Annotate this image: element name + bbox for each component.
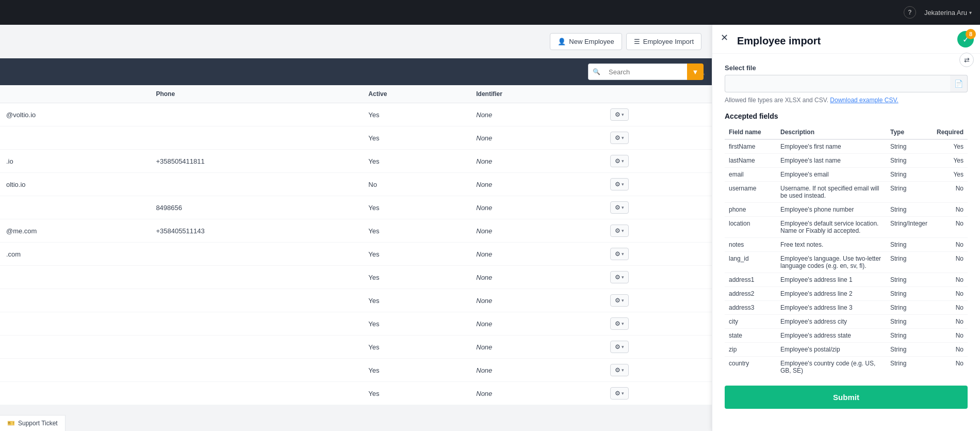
field-row: address2 Employee's address line 2 Strin… — [725, 287, 968, 301]
table-row: Yes None ⚙ ▾ — [0, 312, 712, 336]
toolbar: 👤 New Employee ☰ Employee Import — [0, 25, 712, 58]
col-active: Active — [362, 85, 470, 103]
field-desc-cell: Employee's address line 3 — [776, 301, 886, 315]
support-ticket[interactable]: 🎫 Support Ticket — [0, 415, 66, 431]
field-name-cell: phone — [725, 203, 776, 217]
employee-import-label: Employee Import — [643, 38, 694, 45]
new-employee-button[interactable]: 👤 New Employee — [550, 33, 622, 50]
row-action-button[interactable]: ⚙ ▾ — [610, 108, 629, 121]
cell-email — [0, 266, 150, 289]
field-type-cell: String — [886, 301, 933, 315]
field-desc-cell: Employee's address line 1 — [776, 273, 886, 287]
table-row: Yes None ⚙ ▾ — [0, 359, 712, 382]
field-name-cell: location — [725, 217, 776, 238]
download-csv-link[interactable]: Download example CSV. — [830, 97, 898, 104]
panel-title: Employee import — [737, 35, 968, 47]
gear-icon: ⚙ — [615, 297, 620, 304]
cell-phone: 8498656 — [150, 196, 362, 219]
table-row: .io +358505411811 Yes None ⚙ ▾ — [0, 150, 712, 173]
cell-email — [0, 336, 150, 359]
field-type-cell: String — [886, 273, 933, 287]
cell-actions: ⚙ ▾ — [604, 312, 712, 336]
field-type-cell: String/Integer — [886, 217, 933, 238]
cell-phone — [150, 359, 362, 382]
caret-icon: ▾ — [622, 298, 624, 303]
file-browse-button[interactable]: 📄 — [950, 75, 968, 92]
cell-actions: ⚙ ▾ — [604, 382, 712, 405]
user-menu[interactable]: Jekaterina Aru ▾ — [924, 9, 972, 17]
row-action-button[interactable]: ⚙ ▾ — [610, 225, 629, 237]
field-desc-cell: Employee's address line 2 — [776, 287, 886, 301]
row-action-button[interactable]: ⚙ ▾ — [610, 294, 629, 307]
row-action-button[interactable]: ⚙ ▾ — [610, 317, 629, 330]
field-row: country Employee's country code (e.g. US… — [725, 357, 968, 378]
field-name-cell: notes — [725, 238, 776, 252]
panel-header: Employee import — [712, 25, 980, 54]
row-action-button[interactable]: ⚙ ▾ — [610, 387, 629, 400]
main-layout: 👤 New Employee ☰ Employee Import ⤢ 🔍 ▼ — [0, 25, 980, 431]
field-desc-cell: Employee's phone number — [776, 203, 886, 217]
help-button[interactable]: ? — [904, 6, 916, 19]
row-action-button[interactable]: ⚙ ▾ — [610, 341, 629, 353]
search-input[interactable] — [605, 63, 687, 80]
file-text-input[interactable] — [725, 75, 950, 92]
search-bar: 🔍 ▼ — [0, 58, 712, 85]
field-type-cell: String — [886, 252, 933, 273]
field-row: location Employee's default service loca… — [725, 217, 968, 238]
row-action-button[interactable]: ⚙ ▾ — [610, 178, 629, 190]
field-desc-cell: Employee's default service location. Nam… — [776, 217, 886, 238]
search-icon[interactable]: 🔍 — [588, 63, 605, 80]
cell-identifier: None — [470, 336, 604, 359]
table-row: Yes None ⚙ ▾ — [0, 382, 712, 405]
field-desc-cell: Employee's address city — [776, 315, 886, 329]
cell-active: Yes — [362, 196, 470, 219]
field-desc-cell: Employee's email — [776, 168, 886, 182]
row-action-button[interactable]: ⚙ ▾ — [610, 364, 629, 376]
col-description: Description — [776, 125, 886, 139]
file-hint-text: Allowed file types are XLSX and CSV. — [725, 97, 828, 104]
submit-button[interactable]: Submit — [725, 386, 968, 409]
employee-import-button[interactable]: ☰ Employee Import — [626, 33, 701, 50]
cell-active: Yes — [362, 336, 470, 359]
field-row: username Username. If not specified emai… — [725, 182, 968, 203]
table-row: .com Yes None ⚙ ▾ — [0, 243, 712, 266]
field-name-cell: address2 — [725, 287, 776, 301]
filter-button[interactable]: ▼ — [687, 63, 704, 80]
close-button[interactable]: ✕ — [721, 33, 728, 42]
field-required-cell: No — [933, 273, 968, 287]
cell-identifier: None — [470, 312, 604, 336]
row-action-button[interactable]: ⚙ ▾ — [610, 271, 629, 283]
field-required-cell: Yes — [933, 154, 968, 168]
field-type-cell: String — [886, 315, 933, 329]
field-name-cell: email — [725, 168, 776, 182]
gear-icon: ⚙ — [615, 320, 620, 327]
cell-actions: ⚙ ▾ — [604, 289, 712, 312]
field-type-cell: String — [886, 139, 933, 154]
swap-icon[interactable]: ⇄ — [959, 53, 974, 67]
field-row: state Employee's address state String No — [725, 329, 968, 343]
field-required-cell: No — [933, 357, 968, 378]
caret-icon: ▾ — [622, 275, 624, 280]
field-required-cell: No — [933, 252, 968, 273]
field-required-cell: No — [933, 217, 968, 238]
row-action-button[interactable]: ⚙ ▾ — [610, 248, 629, 260]
field-desc-cell: Username. If not specified email will be… — [776, 182, 886, 203]
row-action-button[interactable]: ⚙ ▾ — [610, 155, 629, 167]
cell-actions: ⚙ ▾ — [604, 336, 712, 359]
field-required-cell: No — [933, 301, 968, 315]
cell-active: Yes — [362, 103, 470, 126]
user-label: Jekaterina Aru — [924, 9, 967, 17]
field-required-cell: Yes — [933, 139, 968, 154]
cell-identifier: None — [470, 150, 604, 173]
cell-identifier: None — [470, 103, 604, 126]
cell-actions: ⚙ ▾ — [604, 219, 712, 243]
cell-active: Yes — [362, 382, 470, 405]
row-action-button[interactable]: ⚙ ▾ — [610, 201, 629, 214]
row-action-button[interactable]: ⚙ ▾ — [610, 132, 629, 144]
field-type-cell: String — [886, 203, 933, 217]
gear-icon: ⚙ — [615, 111, 620, 118]
cell-email — [0, 312, 150, 336]
field-desc-cell: Employee's postal/zip — [776, 343, 886, 357]
field-desc-cell: Employee's language. Use two-letter lang… — [776, 252, 886, 273]
cell-actions: ⚙ ▾ — [604, 173, 712, 196]
